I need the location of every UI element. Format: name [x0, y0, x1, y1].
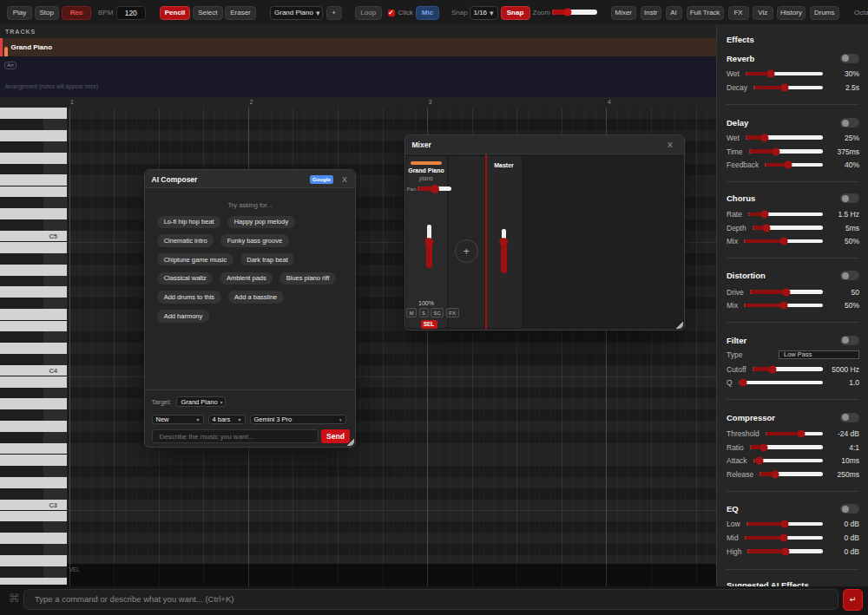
svg-text:C5: C5 — [49, 232, 57, 240]
svg-text:C3: C3 — [49, 501, 57, 509]
svg-text:C4: C4 — [49, 367, 57, 375]
